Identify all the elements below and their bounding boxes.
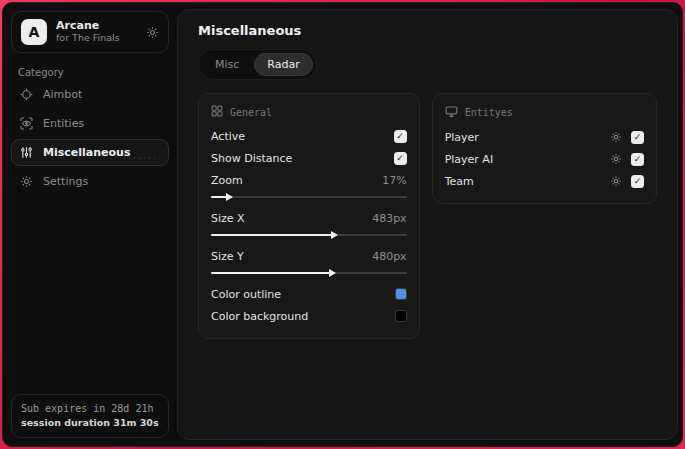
entity-row-player-ai: Player AI	[445, 148, 644, 170]
slider-thumb[interactable]	[211, 272, 330, 274]
slider-value: 17%	[382, 174, 406, 187]
slider-track	[211, 196, 407, 198]
color-row-background: Color background	[211, 305, 407, 327]
session-duration-text: session duration 31m 30s	[21, 417, 159, 428]
toggle-row-active: Active	[211, 125, 407, 147]
app-logo: A	[21, 19, 47, 45]
sub-expiry-text: Sub expires in 28d 21h	[21, 403, 159, 414]
header-gear-icon[interactable]	[146, 26, 159, 39]
slider-row-size-x: Size X 483px	[211, 207, 407, 229]
sliders-icon	[20, 146, 33, 159]
active-checkbox[interactable]	[394, 130, 407, 143]
tab-misc[interactable]: Misc	[202, 53, 252, 76]
entity-label: Team	[445, 175, 474, 188]
slider-row-zoom: Zoom 17%	[211, 169, 407, 191]
eye-scan-icon	[20, 117, 33, 130]
player-checkbox[interactable]	[631, 131, 644, 144]
slider-thumb[interactable]	[211, 234, 332, 236]
grid-icon	[211, 105, 223, 119]
color-label: Color background	[211, 310, 308, 323]
entity-row-team: Team	[445, 170, 644, 192]
tab-bar: Misc Radar	[198, 49, 317, 80]
sidebar-item-label: Miscellaneous	[43, 146, 130, 159]
app-subtitle: for The Finals	[56, 32, 120, 44]
entities-panel-header: Entityes	[445, 105, 644, 120]
sidebar-item-aimbot[interactable]: Aimbot	[11, 81, 169, 108]
player-settings-gear-icon[interactable]	[610, 131, 622, 143]
subscription-box: Sub expires in 28d 21h session duration …	[11, 394, 169, 438]
sidebar: A Arcane for The Finals Category	[3, 3, 177, 446]
entities-panel: Entityes Player P	[432, 93, 657, 204]
entity-label: Player	[445, 131, 479, 144]
entities-panel-title: Entityes	[465, 107, 513, 118]
app-title-block: Arcane for The Finals	[56, 19, 120, 45]
show-distance-checkbox[interactable]	[394, 152, 407, 165]
zoom-slider[interactable]	[211, 192, 407, 202]
app-name: Arcane	[56, 19, 120, 32]
size-y-slider[interactable]	[211, 268, 407, 278]
toggle-row-show-distance: Show Distance	[211, 147, 407, 169]
tab-radar[interactable]: Radar	[254, 53, 312, 76]
color-label: Color outline	[211, 288, 281, 301]
slider-label: Size Y	[211, 250, 244, 263]
sidebar-item-miscellaneous[interactable]: Miscellaneous ·······	[11, 139, 169, 166]
background-color-swatch[interactable]	[395, 310, 407, 322]
gear-icon	[20, 175, 33, 188]
slider-value: 480px	[372, 250, 407, 263]
general-panel-header: General	[211, 105, 407, 119]
general-panel: General Active Show Distance Zoom 17%	[198, 93, 420, 339]
slider-thumb[interactable]	[211, 196, 227, 198]
crosshair-icon	[20, 88, 33, 101]
player-ai-checkbox[interactable]	[631, 153, 644, 166]
size-x-slider[interactable]	[211, 230, 407, 240]
player-ai-settings-gear-icon[interactable]	[610, 153, 622, 165]
slider-value: 483px	[372, 212, 407, 225]
app-header-card: A Arcane for The Finals	[11, 11, 169, 53]
sidebar-item-label: Entities	[43, 117, 84, 130]
outline-color-swatch[interactable]	[395, 288, 407, 300]
sidebar-item-entities[interactable]: Entities	[11, 110, 169, 137]
entity-row-player: Player	[445, 126, 644, 148]
sidebar-item-label: Aimbot	[43, 88, 82, 101]
toggle-label: Show Distance	[211, 152, 292, 165]
general-panel-title: General	[230, 107, 272, 118]
entity-label: Player AI	[445, 153, 494, 166]
sidebar-nav: Aimbot Entities	[3, 81, 177, 195]
toggle-label: Active	[211, 130, 245, 143]
app-window: A Arcane for The Finals Category	[2, 2, 683, 447]
team-settings-gear-icon[interactable]	[610, 175, 622, 187]
slider-label: Zoom	[211, 174, 243, 187]
watermark-dots: ·······	[123, 154, 158, 163]
slider-label: Size X	[211, 212, 245, 225]
main-content: Miscellaneous Misc Radar Gene	[177, 9, 678, 440]
monitor-icon	[445, 105, 458, 120]
category-label: Category	[18, 67, 177, 78]
panels-row: General Active Show Distance Zoom 17%	[198, 93, 657, 339]
team-checkbox[interactable]	[631, 175, 644, 188]
sidebar-item-settings[interactable]: Settings	[11, 168, 169, 195]
page-title: Miscellaneous	[198, 23, 657, 38]
slider-row-size-y: Size Y 480px	[211, 245, 407, 267]
sidebar-item-label: Settings	[43, 175, 88, 188]
color-row-outline: Color outline	[211, 283, 407, 305]
